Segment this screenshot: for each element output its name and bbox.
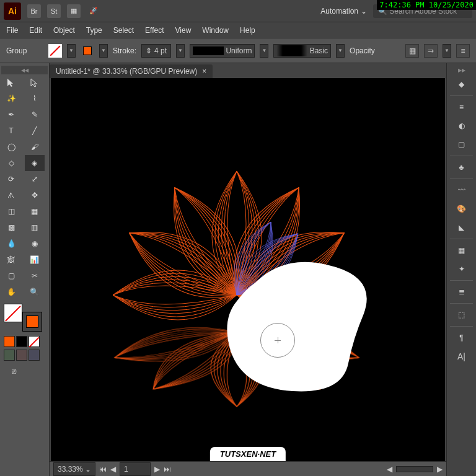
page-value: 1 bbox=[124, 465, 128, 474]
pen-tool[interactable]: ✒ bbox=[1, 107, 21, 123]
free-transform-tool[interactable]: ✥ bbox=[25, 187, 45, 203]
stroke-panel-icon[interactable]: ≡ bbox=[453, 99, 470, 116]
artboard-nav-first-icon[interactable]: ⏮ bbox=[99, 465, 107, 474]
menu-file[interactable]: File bbox=[6, 26, 18, 35]
symbol-sprayer-tool[interactable]: 🕸 bbox=[1, 252, 21, 268]
arrange-icon[interactable]: ▦ bbox=[67, 4, 81, 18]
draw-inside-icon[interactable] bbox=[29, 350, 40, 361]
layers-panel-icon[interactable]: ◆ bbox=[453, 76, 470, 93]
stroke-weight-input[interactable]: ⇕4 pt bbox=[141, 44, 171, 58]
magic-wand-tool[interactable]: ✨ bbox=[1, 90, 21, 107]
type-tool[interactable]: T bbox=[1, 123, 21, 139]
artboard-number[interactable]: 1 bbox=[120, 462, 151, 476]
erased-blob bbox=[218, 258, 379, 400]
tools-collapse[interactable]: ◀◀ bbox=[1, 66, 48, 74]
brush-dropdown[interactable]: ▼ bbox=[336, 44, 345, 58]
scroll-right-icon[interactable]: ▶ bbox=[437, 465, 443, 474]
opacity-label: Opacity bbox=[350, 46, 375, 55]
zoom-value: 33.33% bbox=[58, 465, 83, 474]
menu-help[interactable]: Help bbox=[240, 26, 255, 35]
transparency-panel-icon[interactable]: ▢ bbox=[453, 136, 470, 153]
stroke-indicator[interactable] bbox=[23, 312, 42, 331]
swatch-none[interactable] bbox=[29, 336, 40, 347]
stroke-color-swatch[interactable] bbox=[81, 44, 94, 58]
fill-stroke-swap[interactable] bbox=[4, 304, 45, 331]
curvature-tool[interactable]: ✎ bbox=[25, 107, 45, 123]
align-panel-icon[interactable]: ≣ bbox=[453, 283, 470, 301]
zoom-tool[interactable]: 🔍 bbox=[25, 284, 45, 300]
eraser-tool[interactable]: ◈ bbox=[25, 155, 45, 171]
scale-tool[interactable]: ⤢ bbox=[25, 171, 45, 187]
width-tool[interactable]: ⩚ bbox=[1, 187, 21, 203]
mesh-tool[interactable]: ▩ bbox=[1, 219, 21, 236]
rotate-tool[interactable]: ⟳ bbox=[1, 171, 21, 187]
align-dropdown[interactable]: ▼ bbox=[443, 44, 451, 58]
menu-view[interactable]: View bbox=[175, 26, 192, 35]
stroke-dropdown[interactable]: ▼ bbox=[99, 44, 108, 58]
direct-selection-tool[interactable] bbox=[25, 74, 45, 90]
menu-object[interactable]: Object bbox=[53, 26, 75, 35]
perspective-tool[interactable]: ▦ bbox=[25, 203, 45, 219]
gradient-tool[interactable]: ▥ bbox=[25, 219, 45, 236]
menu-window[interactable]: Window bbox=[202, 26, 229, 35]
ellipse-tool[interactable]: ◯ bbox=[1, 139, 21, 155]
graph-tool[interactable]: 📊 bbox=[25, 252, 45, 268]
profile-dropdown[interactable]: ▼ bbox=[260, 44, 268, 58]
workspace-switcher[interactable]: Automation ⌄ bbox=[320, 7, 367, 15]
shaper-tool[interactable]: ◇ bbox=[1, 155, 21, 171]
horizontal-scrollbar[interactable] bbox=[396, 466, 433, 472]
swatch-black[interactable] bbox=[16, 336, 27, 347]
menu-select[interactable]: Select bbox=[113, 26, 134, 35]
selection-tool[interactable] bbox=[1, 74, 21, 90]
screen-mode-icon[interactable]: ⎚ bbox=[4, 363, 24, 379]
right-collapse[interactable]: ▶▶ bbox=[447, 66, 476, 74]
fill-dropdown[interactable]: ▼ bbox=[67, 44, 76, 58]
swatch-orange[interactable] bbox=[4, 336, 15, 347]
brushes-panel-icon[interactable]: 〰 bbox=[453, 182, 470, 199]
isolate-group-icon[interactable]: ▦ bbox=[405, 44, 419, 58]
brush-definition[interactable]: Basic bbox=[273, 44, 331, 58]
draw-normal-icon[interactable] bbox=[4, 350, 15, 361]
lasso-tool[interactable]: ⌇ bbox=[25, 90, 45, 107]
graphic-styles-panel-icon[interactable]: ✦ bbox=[453, 260, 470, 278]
eyedropper-tool[interactable]: 💧 bbox=[1, 236, 21, 252]
bridge-icon[interactable]: Br bbox=[27, 4, 41, 18]
menu-type[interactable]: Type bbox=[86, 26, 102, 35]
slice-tool[interactable]: ✂ bbox=[25, 268, 45, 284]
gradient-panel-icon[interactable]: ◐ bbox=[453, 117, 470, 134]
stock-icon[interactable]: St bbox=[47, 4, 61, 18]
line-tool[interactable]: ╱ bbox=[25, 123, 45, 139]
artboard-tool[interactable]: ▢ bbox=[1, 268, 21, 284]
artboard-nav-last-icon[interactable]: ⏭ bbox=[164, 465, 171, 474]
shape-builder-tool[interactable]: ◫ bbox=[1, 203, 21, 219]
scroll-left-icon[interactable]: ◀ bbox=[387, 465, 392, 474]
menu-effect[interactable]: Effect bbox=[145, 26, 164, 35]
fill-color-swatch[interactable] bbox=[48, 44, 62, 58]
blend-tool[interactable]: ◉ bbox=[25, 236, 45, 252]
panel-menu-icon[interactable]: ≡ bbox=[456, 44, 470, 58]
transform-panel-icon[interactable]: ⬚ bbox=[453, 306, 470, 324]
eraser-cursor bbox=[260, 323, 295, 358]
character-panel-icon[interactable]: ¶ bbox=[453, 329, 470, 346]
variable-width-profile[interactable]: Uniform bbox=[190, 44, 255, 58]
document-tab[interactable]: Untitled-1* @ 33.33% (RGB/GPU Preview) × bbox=[50, 64, 213, 78]
stroke-weight-dropdown[interactable]: ▼ bbox=[176, 44, 185, 58]
canvas[interactable]: TUTSXEN·NET bbox=[51, 78, 445, 461]
paragraph-panel-icon[interactable]: A| bbox=[453, 348, 470, 365]
gpu-icon[interactable]: 🚀 bbox=[87, 4, 100, 18]
hand-tool[interactable]: ✋ bbox=[1, 284, 21, 300]
align-icon[interactable]: ⇛ bbox=[424, 44, 438, 58]
zoom-level[interactable]: 33.33% ⌄ bbox=[53, 462, 95, 476]
artboard-nav-next-icon[interactable]: ▶ bbox=[154, 465, 160, 474]
paintbrush-tool[interactable]: 🖌 bbox=[25, 139, 45, 155]
close-tab-icon[interactable]: × bbox=[202, 67, 206, 76]
main-area: ◀◀ ✨ ⌇ ✒ ✎ T ╱ ◯ 🖌 ◇ ◈ ⟳ ⤢ ⩚ ✥ ◫ ▦ ▩ ▥ 💧… bbox=[0, 63, 476, 476]
pathfinder-panel-icon[interactable]: ◣ bbox=[453, 219, 470, 236]
artboard-nav-prev-icon[interactable]: ◀ bbox=[110, 465, 116, 474]
appearance-panel-icon[interactable]: ▦ bbox=[453, 242, 470, 259]
swatches-panel-icon[interactable]: 🎨 bbox=[453, 200, 470, 218]
menu-edit[interactable]: Edit bbox=[29, 26, 42, 35]
draw-behind-icon[interactable] bbox=[16, 350, 27, 361]
symbols-panel-icon[interactable]: ♣ bbox=[453, 159, 470, 176]
fill-indicator[interactable] bbox=[4, 304, 22, 322]
